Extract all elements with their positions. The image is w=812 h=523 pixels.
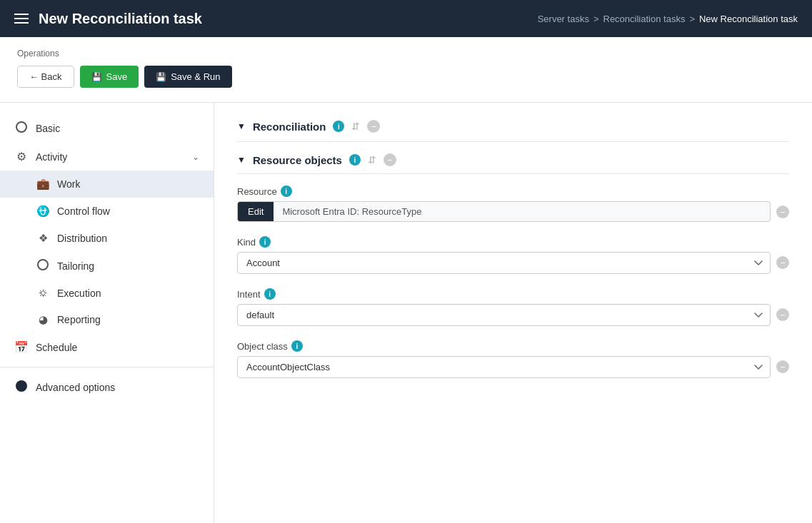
- resource-edit-button[interactable]: Edit: [238, 202, 274, 221]
- resource-objects-remove-icon[interactable]: −: [384, 153, 396, 166]
- reconciliation-sort-icon[interactable]: ⇵: [351, 121, 360, 132]
- resource-objects-toggle[interactable]: ▼: [237, 155, 246, 165]
- sidebar: Basic ⚙ Activity ⌄ 💼 Work ⛎ Control flow…: [0, 103, 214, 523]
- kind-select[interactable]: Account Entitlement Generic: [237, 252, 771, 274]
- resource-objects-subsection: ▼ Resource objects i ⇵ − Resource i Edit…: [237, 153, 789, 378]
- sidebar-item-tailoring[interactable]: Tailoring: [0, 252, 214, 280]
- object-class-label: Object class i: [237, 340, 789, 352]
- breadcrumb: Server tasks > Reconciliation tasks > Ne…: [538, 14, 798, 24]
- save-run-button[interactable]: 💾 Save & Run: [144, 66, 231, 88]
- kind-info-icon[interactable]: i: [259, 236, 271, 248]
- sidebar-item-control-flow[interactable]: ⛎ Control flow: [0, 198, 214, 225]
- page-title: New Reconciliation task: [39, 11, 202, 27]
- execution-gear-icon: ⛭: [36, 287, 50, 299]
- reconciliation-toggle[interactable]: ▼: [237, 121, 246, 131]
- kind-remove: −: [776, 256, 789, 269]
- circle-icon: [14, 121, 29, 136]
- sidebar-item-advanced[interactable]: Advanced options: [0, 373, 214, 402]
- kind-remove-icon[interactable]: −: [776, 256, 789, 269]
- resource-label: Resource i: [237, 186, 789, 197]
- pie-chart-icon: ◕: [36, 313, 50, 326]
- resource-value: Microsoft Entra ID: ResourceType: [274, 202, 770, 221]
- filled-circle-icon: [14, 380, 29, 395]
- resource-remove-icon[interactable]: −: [776, 205, 789, 218]
- breadcrumb-reconciliation-tasks[interactable]: Reconciliation tasks: [603, 14, 686, 24]
- tailoring-circle-icon: [36, 259, 50, 273]
- kind-select-wrapper: Account Entitlement Generic: [237, 252, 771, 274]
- operations-label: Operations: [17, 49, 795, 59]
- object-class-select-wrapper: AccountObjectClass GroupObjectClass User…: [237, 356, 771, 378]
- kind-field: Kind i Account Entitlement Generic −: [237, 236, 789, 274]
- breadcrumb-current: New Reconciliation task: [699, 14, 798, 24]
- resource-objects-title: Resource objects: [253, 154, 342, 166]
- kind-field-row: Account Entitlement Generic −: [237, 252, 789, 274]
- calendar-icon: 📅: [14, 340, 29, 354]
- intent-remove-icon[interactable]: −: [776, 308, 789, 321]
- hamburger-menu[interactable]: [14, 14, 29, 24]
- save-button[interactable]: 💾 Save: [80, 66, 139, 88]
- branch-icon: ⛎: [36, 205, 50, 218]
- sidebar-item-reporting[interactable]: ◕ Reporting: [0, 306, 214, 333]
- briefcase-icon: 💼: [36, 178, 50, 191]
- resource-objects-info-icon[interactable]: i: [349, 154, 361, 166]
- reconciliation-section-header: ▼ Reconciliation i ⇵ −: [237, 120, 789, 142]
- resource-remove: −: [776, 205, 789, 218]
- reconciliation-title: Reconciliation: [253, 121, 326, 133]
- resource-input: Edit Microsoft Entra ID: ResourceType: [237, 201, 771, 222]
- intent-select[interactable]: default production development: [237, 304, 771, 326]
- object-class-remove-icon[interactable]: −: [776, 360, 789, 373]
- intent-info-icon[interactable]: i: [264, 288, 276, 300]
- sidebar-item-execution[interactable]: ⛭ Execution: [0, 280, 214, 306]
- resource-field-row: Edit Microsoft Entra ID: ResourceType −: [237, 201, 789, 222]
- intent-select-wrapper: default production development: [237, 304, 771, 326]
- main-layout: Basic ⚙ Activity ⌄ 💼 Work ⛎ Control flow…: [0, 103, 812, 523]
- intent-field-row: default production development −: [237, 304, 789, 326]
- reconciliation-info-icon[interactable]: i: [333, 121, 344, 132]
- breadcrumb-server-tasks[interactable]: Server tasks: [538, 14, 589, 24]
- reconciliation-remove-icon[interactable]: −: [367, 120, 380, 133]
- resource-field: Resource i Edit Microsoft Entra ID: Reso…: [237, 186, 789, 222]
- sidebar-item-activity[interactable]: ⚙ Activity ⌄: [0, 143, 214, 171]
- save-run-icon: 💾: [156, 72, 166, 82]
- object-class-field-row: AccountObjectClass GroupObjectClass User…: [237, 356, 789, 378]
- header-left: New Reconciliation task: [14, 11, 202, 27]
- resource-field-info-icon[interactable]: i: [281, 186, 292, 197]
- sidebar-item-distribution[interactable]: ❖ Distribution: [0, 225, 214, 252]
- intent-remove: −: [776, 308, 789, 321]
- resource-objects-sort-icon[interactable]: ⇵: [368, 154, 376, 166]
- kind-label: Kind i: [237, 236, 789, 248]
- object-class-field: Object class i AccountObjectClass GroupO…: [237, 340, 789, 378]
- sidebar-item-basic[interactable]: Basic: [0, 114, 214, 143]
- sidebar-item-schedule[interactable]: 📅 Schedule: [0, 333, 214, 361]
- nodes-icon: ❖: [36, 232, 50, 245]
- back-button[interactable]: ← Back: [17, 66, 74, 88]
- object-class-info-icon[interactable]: i: [291, 340, 303, 352]
- sidebar-footer: Advanced options: [0, 367, 214, 402]
- header: New Reconciliation task Server tasks > R…: [0, 0, 812, 37]
- save-icon: 💾: [91, 72, 102, 82]
- resource-input-wrapper: Edit Microsoft Entra ID: ResourceType: [237, 201, 771, 222]
- operations-bar: Operations ← Back 💾 Save 💾 Save & Run: [0, 37, 812, 103]
- object-class-select[interactable]: AccountObjectClass GroupObjectClass User…: [237, 356, 771, 378]
- gear-icon: ⚙: [14, 150, 29, 163]
- sidebar-item-work[interactable]: 💼 Work: [0, 171, 214, 198]
- object-class-remove: −: [776, 360, 789, 373]
- intent-field: Intent i default production development …: [237, 288, 789, 326]
- operations-buttons: ← Back 💾 Save 💾 Save & Run: [17, 66, 795, 88]
- intent-label: Intent i: [237, 288, 789, 300]
- resource-objects-header: ▼ Resource objects i ⇵ −: [237, 153, 789, 174]
- chevron-down-icon: ⌄: [192, 152, 199, 162]
- content-area: ▼ Reconciliation i ⇵ − ▼ Resource object…: [214, 103, 812, 523]
